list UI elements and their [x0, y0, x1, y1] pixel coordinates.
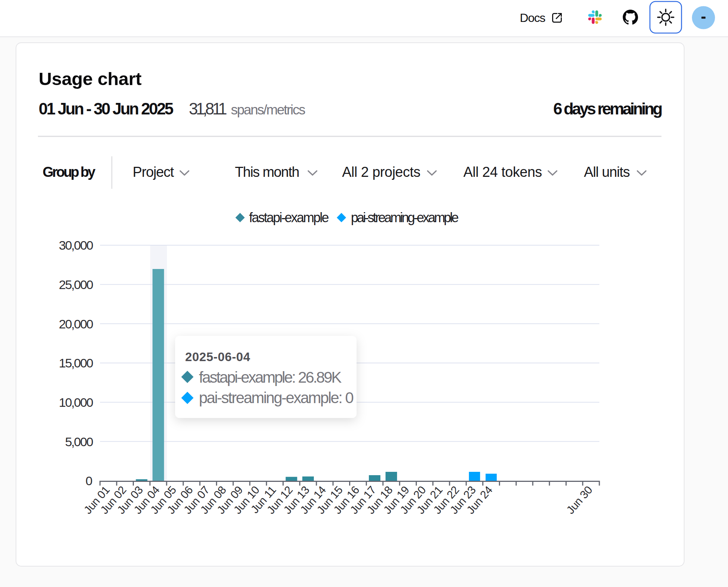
svg-text:Docs: Docs: [520, 11, 545, 25]
svg-text:6 days remaining: 6 days remaining: [553, 100, 661, 118]
svg-text:5,000: 5,000: [65, 435, 93, 449]
svg-text:2025-06-04: 2025-06-04: [185, 350, 250, 364]
svg-text:pai-streaming-example: 0: pai-streaming-example: 0: [199, 389, 353, 406]
svg-text:pai-streaming-example: pai-streaming-example: [351, 210, 458, 225]
svg-text:25,000: 25,000: [59, 278, 93, 292]
svg-text:20,000: 20,000: [59, 317, 93, 331]
svg-text:This month: This month: [235, 164, 299, 180]
svg-text:Usage chart: Usage chart: [39, 69, 141, 89]
svg-text:30,000: 30,000: [59, 238, 93, 252]
svg-text:All 24 tokens: All 24 tokens: [463, 164, 542, 180]
svg-text:All units: All units: [584, 164, 629, 180]
svg-text:0: 0: [86, 474, 93, 488]
svg-text:spans/metrics: spans/metrics: [231, 102, 305, 117]
svg-text:Group by: Group by: [43, 164, 96, 180]
svg-text:01 Jun - 30 Jun 2025: 01 Jun - 30 Jun 2025: [39, 100, 174, 118]
svg-text:10,000: 10,000: [59, 395, 93, 409]
svg-text:fastapi-example: 26.89K: fastapi-example: 26.89K: [199, 369, 342, 386]
svg-text:15,000: 15,000: [59, 356, 93, 370]
svg-text:31,811: 31,811: [189, 100, 226, 118]
svg-text:All 2 projects: All 2 projects: [342, 164, 421, 180]
svg-text:fastapi-example: fastapi-example: [249, 210, 329, 225]
svg-text:Project: Project: [133, 164, 174, 180]
